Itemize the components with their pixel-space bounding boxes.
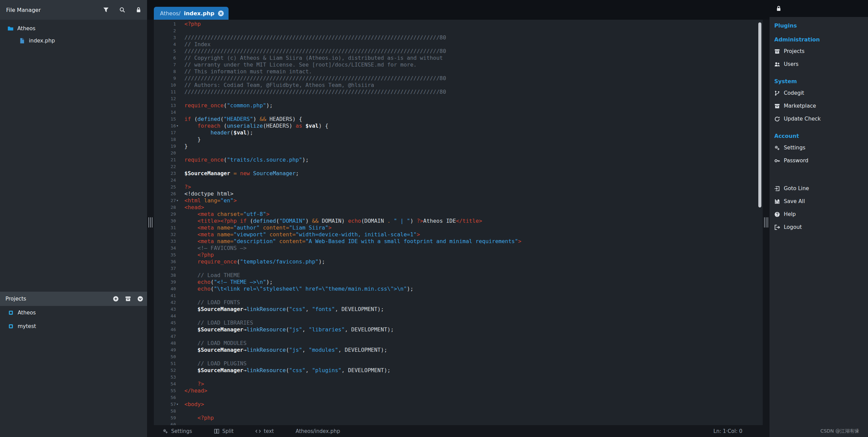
code-line[interactable]: 34 <!— FAVICONS —> [154, 245, 763, 252]
line-number[interactable]: 54 [154, 381, 178, 387]
code-line[interactable]: 52 $SourceManager→linkResource("css", "p… [154, 367, 763, 374]
code-line[interactable]: 30 <title><?php if (defined("DOMAIN") &&… [154, 218, 763, 224]
sidebar-item-marketplace[interactable]: Marketplace [774, 99, 865, 112]
code-line[interactable]: 39 echo("<!— THEME —>\n"); [154, 279, 763, 286]
sidebar-item-users[interactable]: Users [774, 58, 865, 71]
code-line[interactable]: 22 [154, 163, 763, 170]
code-line[interactable]: 29 <meta charset="utf-8"> [154, 211, 763, 218]
tree-item-index.php[interactable]: index.php [0, 35, 147, 47]
line-number[interactable]: 31 [154, 224, 178, 231]
code-line[interactable]: 3///////////////////////////////////////… [154, 34, 763, 41]
code-line[interactable]: 51 // LOAD PLUGINS [154, 360, 763, 367]
code-line[interactable]: 45 // LOAD LIBRARIES [154, 320, 763, 326]
code-line[interactable]: 48 // LOAD MODULES [154, 340, 763, 347]
code-line[interactable]: 17 header($val); [154, 129, 763, 136]
code-line[interactable]: 53 [154, 374, 763, 381]
code-line[interactable]: 58 [154, 408, 763, 415]
line-number[interactable]: 3 [154, 34, 178, 41]
line-number[interactable]: 24 [154, 177, 178, 184]
code-line[interactable]: 24 [154, 177, 763, 184]
line-number[interactable]: 29 [154, 211, 178, 218]
line-number[interactable]: 26 [154, 190, 178, 197]
line-number[interactable]: 47 [154, 333, 178, 340]
code-line[interactable]: 46 $SourceManager→linkResource("js", "li… [154, 326, 763, 333]
line-number[interactable]: 25 [154, 184, 178, 190]
code-line[interactable]: 5///////////////////////////////////////… [154, 48, 763, 55]
left-splitter-grip[interactable] [148, 217, 153, 227]
code-line[interactable]: 23$SourceManager = new SourceManager; [154, 170, 763, 177]
line-number[interactable]: 45 [154, 320, 178, 326]
lock-icon[interactable] [776, 5, 782, 12]
line-number[interactable]: 44 [154, 313, 178, 320]
lock-icon[interactable] [135, 7, 142, 13]
status-item-settings[interactable]: Settings [163, 428, 192, 434]
code-line[interactable]: 19} [154, 143, 763, 150]
right-splitter-grip[interactable] [764, 217, 768, 227]
code-line[interactable]: 60 [154, 421, 763, 425]
sidebar-item-password[interactable]: Password [774, 154, 865, 167]
project-item-Atheos[interactable]: Atheos [0, 306, 147, 320]
code-line[interactable]: 14 [154, 109, 763, 116]
code-line[interactable]: 57▾<body> [154, 401, 763, 408]
line-number[interactable]: 10 [154, 82, 178, 89]
right-splitter[interactable] [763, 20, 770, 425]
project-item-mytest[interactable]: mytest [0, 320, 147, 333]
sidebar-item-goto-line[interactable]: Goto Line [774, 182, 865, 195]
line-number[interactable]: 5 [154, 48, 178, 55]
code-line[interactable]: 31 <meta name="author" content="Liam Sii… [154, 224, 763, 231]
code-line[interactable]: 59 <?php [154, 415, 763, 421]
line-number[interactable]: 33 [154, 238, 178, 245]
line-number[interactable]: 11 [154, 89, 178, 95]
line-number[interactable]: 8 [154, 68, 178, 75]
line-number[interactable]: 38 [154, 272, 178, 279]
status-item-atheos-index-php[interactable]: Atheos/index.php [295, 428, 340, 434]
code-line[interactable]: 54 ?> [154, 381, 763, 387]
code-line[interactable]: 50 [154, 353, 763, 360]
sidebar-item-logout[interactable]: Logout [774, 221, 865, 234]
code-line[interactable]: 38 // Load THEME [154, 272, 763, 279]
line-number[interactable]: 9 [154, 75, 178, 82]
tab-close-icon[interactable] [218, 10, 224, 17]
line-number[interactable]: 27▾ [154, 197, 178, 204]
line-number[interactable]: 52 [154, 367, 178, 374]
code-line[interactable]: 18 } [154, 136, 763, 143]
code-line[interactable]: 4// Index [154, 41, 763, 48]
code-line[interactable]: 9///////////////////////////////////////… [154, 75, 763, 82]
code-line[interactable]: 2 [154, 28, 763, 34]
line-number[interactable]: 18 [154, 136, 178, 143]
code-line[interactable]: 37 [154, 265, 763, 272]
line-number[interactable]: 51 [154, 360, 178, 367]
line-number[interactable]: 1 [154, 21, 178, 28]
line-number[interactable]: 6 [154, 55, 178, 61]
code-line[interactable]: 12 [154, 95, 763, 102]
tab-atheos-index-php[interactable]: Atheos/index.php [154, 7, 229, 20]
line-number[interactable]: 36 [154, 258, 178, 265]
code-line[interactable]: 13require_once("common.php"); [154, 102, 763, 109]
sidebar-item-codegit[interactable]: Codegit [774, 87, 865, 99]
sidebar-item-save-all[interactable]: Save All [774, 195, 865, 208]
code-line[interactable]: 42 // LOAD FONTS [154, 299, 763, 306]
sidebar-item-help[interactable]: Help [774, 208, 865, 221]
line-number[interactable]: 56 [154, 394, 178, 401]
sidebar-item-projects[interactable]: Projects [774, 45, 865, 58]
line-number[interactable]: 34 [154, 245, 178, 252]
code-line[interactable]: 15if (defined("HEADERS") && HEADERS) { [154, 116, 763, 123]
code-line[interactable]: 7// warranty under the MIT License. See … [154, 61, 763, 68]
code-line[interactable]: 35 <?php [154, 252, 763, 258]
search-icon[interactable] [119, 7, 125, 13]
line-number[interactable]: 4 [154, 41, 178, 48]
plus-circle-icon[interactable] [113, 296, 119, 302]
line-number[interactable]: 16▾ [154, 123, 178, 129]
status-item-split[interactable]: Split [214, 428, 234, 434]
line-number[interactable]: 40 [154, 286, 178, 292]
line-number[interactable]: 22 [154, 163, 178, 170]
archive-icon[interactable] [125, 296, 131, 302]
code-line[interactable]: 11//////////////////////////////////////… [154, 89, 763, 95]
fold-arrow-icon[interactable]: ▾ [176, 197, 179, 204]
sidebar-item-settings[interactable]: Settings [774, 141, 865, 154]
code-line[interactable]: 44 [154, 313, 763, 320]
line-number[interactable]: 43 [154, 306, 178, 313]
line-number[interactable]: 14 [154, 109, 178, 116]
code-line[interactable]: 32 <meta name="viewport" content="width=… [154, 231, 763, 238]
line-number[interactable]: 50 [154, 353, 178, 360]
